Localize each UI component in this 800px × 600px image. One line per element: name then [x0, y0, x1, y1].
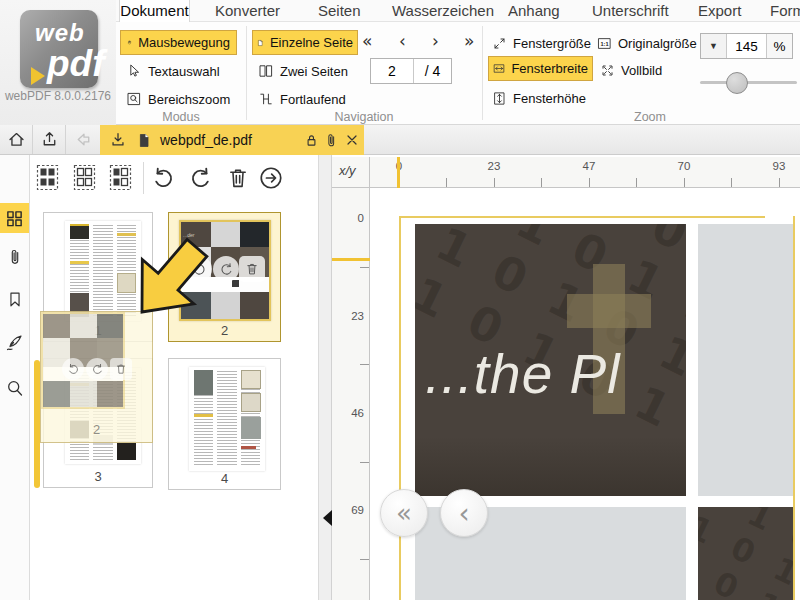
thumb-rotate-right-button[interactable]: [213, 256, 239, 282]
window-height-icon: [492, 91, 507, 106]
ribbon-tab-strip: Dokument Konverter Seiten Wasserzeichen …: [116, 0, 800, 22]
einzelne-seite-label: Einzelne Seite: [270, 35, 353, 50]
continuous-pages-icon: [258, 91, 274, 107]
invert-selection-button[interactable]: [109, 164, 132, 191]
thumbnails-grid-icon: [5, 209, 24, 228]
group-separator: [246, 26, 247, 120]
thumbnail-toolbar: [30, 155, 318, 200]
back-arrow-icon: [74, 130, 93, 149]
fensterbreite-button[interactable]: Fensterbreite: [488, 56, 593, 81]
rotate-left-button[interactable]: [151, 166, 176, 191]
rotate-left-icon: [151, 166, 176, 191]
zoom-percent-control: ▼ 145 %: [700, 33, 793, 59]
thumb-delete-button[interactable]: [239, 256, 265, 282]
ribbon-body: Mausbewegung Textauswahl Bereichszoom Mo…: [116, 22, 800, 125]
page-image-binary: 0 1 0 1 0 1 1 1 0 1 0 1 1 0 0 1 0 1 0 1 …: [415, 224, 686, 496]
tab-wasserzeichen[interactable]: Wasserzeichen: [392, 0, 494, 22]
sidebar-bookmarks-button[interactable]: [0, 285, 29, 313]
page-image-binary-2: 0 1 0 1 0 1 0 0 1: [698, 507, 793, 600]
sidebar-thumbnails-button[interactable]: [0, 203, 29, 233]
originalgroesse-button[interactable]: 1:1 Originalgröße: [597, 31, 697, 55]
document-tab[interactable]: webpdf_de.pdf: [100, 125, 364, 155]
tab-konverter[interactable]: Konverter: [215, 0, 280, 22]
deselect-all-pages-button[interactable]: [73, 164, 96, 191]
delete-page-button[interactable]: [226, 166, 250, 190]
tab-formulare[interactable]: Form: [770, 0, 800, 22]
last-page-button[interactable]: »: [464, 31, 474, 51]
current-page-input[interactable]: 2: [371, 59, 414, 83]
next-page-button[interactable]: ›: [432, 31, 439, 51]
tab-anhang[interactable]: Anhang: [508, 0, 560, 22]
fensterbreite-label: Fensterbreite: [511, 61, 588, 76]
select-all-pages-button[interactable]: [36, 164, 59, 191]
document-bar: webpdf_de.pdf: [0, 125, 800, 155]
v-ruler-69: 69: [351, 504, 364, 516]
thumbnail-page-4[interactable]: 4: [168, 358, 281, 490]
prev-page-button[interactable]: ‹: [399, 31, 406, 51]
mausbewegung-button[interactable]: Mausbewegung: [120, 30, 237, 55]
logo-play-triangle-icon: [31, 67, 45, 85]
page-nav-prev-button[interactable]: ‹: [440, 489, 488, 537]
first-page-button[interactable]: «: [362, 31, 372, 51]
ruler-corner: x/y: [332, 157, 370, 188]
zoom-value-input[interactable]: 145: [727, 34, 766, 58]
panel-collapse-arrow[interactable]: [323, 510, 332, 526]
rotate-right-button[interactable]: [188, 166, 213, 191]
drag-arrow-cursor: [135, 230, 215, 330]
mausbewegung-label: Mausbewegung: [138, 35, 230, 50]
two-pages-icon: [258, 63, 274, 79]
close-tab-icon[interactable]: [344, 132, 360, 148]
ghost-rotate-right-icon: [86, 358, 108, 380]
webpdf-app: web pdf webPDF 8.0.0.2176 Dokument Konve…: [0, 0, 800, 600]
einzelne-seite-button[interactable]: Einzelne Seite: [252, 30, 358, 55]
group-label-modus: Modus: [116, 110, 246, 124]
vollbild-button[interactable]: Vollbild: [600, 58, 662, 82]
v-ruler-23: 23: [351, 310, 364, 322]
home-button[interactable]: [0, 125, 33, 154]
back-button[interactable]: [66, 125, 100, 154]
zoom-slider-knob[interactable]: [726, 72, 748, 94]
one-to-one-icon: 1:1: [597, 36, 612, 51]
left-sidebar: [0, 155, 30, 600]
zwei-seiten-button[interactable]: Zwei Seiten: [258, 59, 348, 83]
tab-dokument[interactable]: Dokument: [119, 0, 190, 23]
zoom-slider[interactable]: [700, 72, 797, 94]
invert-selection-icon: [109, 164, 132, 191]
thumbnail-scrollbar[interactable]: [318, 155, 332, 600]
ruler-marker-x: [397, 157, 400, 188]
prev-page-glyph: ‹: [458, 497, 469, 530]
sidebar-search-button[interactable]: [0, 372, 29, 404]
bereichszoom-button[interactable]: Bereichszoom: [126, 87, 230, 111]
go-to-page-button[interactable]: [258, 165, 284, 191]
vertical-ruler: 0 23 46 69: [332, 188, 370, 600]
fensterhoehe-button[interactable]: Fensterhöhe: [492, 86, 586, 110]
home-icon: [7, 130, 26, 149]
tab-unterschrift[interactable]: Unterschrift: [592, 0, 669, 22]
fortlaufend-label: Fortlaufend: [280, 92, 346, 107]
h-ruler-47: 47: [583, 160, 596, 172]
thumbnail-page-3-label: 3: [44, 469, 152, 484]
document-canvas[interactable]: 0 1 0 1 0 1 1 1 0 1 0 1 1 0 0 1 0 1 0 1 …: [370, 188, 800, 600]
textauswahl-button[interactable]: Textauswahl: [126, 59, 220, 83]
tab-seiten[interactable]: Seiten: [318, 0, 361, 22]
sidebar-signature-button[interactable]: [0, 327, 29, 359]
thumbnail-panel: 1 ...der 2: [30, 200, 318, 600]
rotate-right-icon: [188, 166, 213, 191]
fenstergroesse-button[interactable]: Fenstergröße: [492, 31, 591, 55]
page-border-right: [793, 216, 795, 600]
bookmark-icon: [6, 290, 24, 309]
trash-icon: [226, 166, 250, 190]
upload-button[interactable]: [33, 125, 66, 154]
download-icon: [109, 131, 127, 149]
hand-icon: [127, 34, 132, 51]
ghost-page-label: 2: [41, 422, 152, 437]
tab-export[interactable]: Export: [698, 0, 741, 22]
page-nav-first-button[interactable]: «: [380, 489, 428, 537]
zoom-dropdown-button[interactable]: ▼: [701, 34, 727, 58]
attachment-icon: [323, 132, 340, 149]
fortlaufend-button[interactable]: Fortlaufend: [258, 87, 346, 111]
sidebar-attachments-button[interactable]: [0, 243, 29, 271]
logo-text-pdf: pdf: [47, 43, 105, 85]
cursor-icon: [126, 63, 142, 79]
zoom-slider-track[interactable]: [700, 81, 797, 84]
